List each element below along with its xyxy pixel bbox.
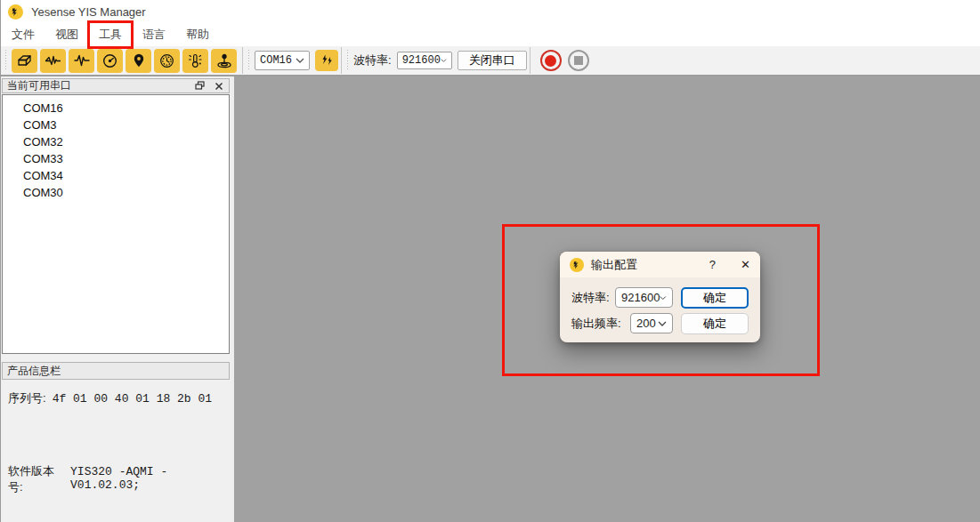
port-select-value: COM16 <box>260 54 292 67</box>
joystick-icon[interactable] <box>211 49 237 73</box>
dialog-close-button[interactable]: ✕ <box>741 258 750 271</box>
title-bar: Yesense YIS Manager <box>1 0 980 23</box>
record-icon <box>545 55 556 67</box>
menu-view[interactable]: 视图 <box>48 24 85 45</box>
toolbar-separator <box>530 47 530 74</box>
waveform-triangle-icon[interactable] <box>40 49 66 73</box>
toolbar: COM16 波特率: 921600 关闭串口 <box>1 46 980 76</box>
menu-file[interactable]: 文件 <box>4 24 42 45</box>
app-logo-icon <box>8 4 23 20</box>
dialog-title: 输出配置 <box>591 257 637 273</box>
app-window: Yesense YIS Manager 文件 视图 工具 语言 帮助 <box>0 0 980 522</box>
baud-rate-value: 921600 <box>402 54 441 67</box>
left-dock: 当前可用串口 COM16 COM3 COM32 COM33 <box>1 76 231 522</box>
refresh-ports-button[interactable] <box>315 50 338 71</box>
dialog-frequency-value: 200 <box>636 317 656 330</box>
main-canvas: 输出配置 ? ✕ 波特率: 921600 确定 输出频率: <box>231 76 980 522</box>
float-panel-icon[interactable] <box>194 81 205 92</box>
dialog-help-button[interactable]: ? <box>701 258 725 271</box>
pulse-waveform-icon[interactable] <box>69 49 94 73</box>
baud-rate-label: 波特率: <box>353 52 392 68</box>
info-panel-body: 序列号: 4f 01 00 40 01 18 2b 01 软件版本号: YIS3… <box>1 380 231 522</box>
stop-button[interactable] <box>568 50 589 71</box>
info-panel-title: 产品信息栏 <box>7 364 61 379</box>
toolbar-grip[interactable] <box>4 50 8 71</box>
toolbar-grip[interactable] <box>247 50 251 71</box>
dialog-logo-icon <box>570 258 584 272</box>
software-version-value: YIS320 -AQMI -V01.02.03; <box>70 465 223 492</box>
serial-number-value: 4f 01 00 40 01 18 2b 01 <box>53 392 212 406</box>
dialog-baud-confirm-button[interactable]: 确定 <box>681 287 749 309</box>
dialog-frequency-label: 输出频率: <box>571 316 621 332</box>
close-serial-port-button[interactable]: 关闭串口 <box>458 51 527 70</box>
toolbar-grip[interactable] <box>346 50 350 71</box>
available-ports-list: COM16 COM3 COM32 COM33 COM34 COM30 <box>2 94 230 354</box>
software-version-row: 软件版本号: YIS320 -AQMI -V01.02.03; <box>8 463 223 495</box>
menu-help[interactable]: 帮助 <box>179 24 216 45</box>
serial-number-label: 序列号: <box>8 390 46 406</box>
menu-bar: 文件 视图 工具 语言 帮助 <box>1 23 980 46</box>
port-list-item[interactable]: COM3 <box>3 116 229 133</box>
dialog-baud-label: 波特率: <box>571 290 610 306</box>
gauge-icon[interactable] <box>97 49 123 73</box>
dialog-frequency-row: 输出频率: 200 确定 <box>571 313 749 333</box>
toolbar-separator <box>242 47 243 74</box>
dialog-baud-value: 921600 <box>621 291 660 304</box>
content-area: 当前可用串口 COM16 COM3 COM32 COM33 <box>1 76 980 522</box>
port-list-item[interactable]: COM33 <box>3 150 229 167</box>
menu-tools[interactable]: 工具 <box>92 24 129 45</box>
baud-rate-select[interactable]: 921600 <box>397 52 452 69</box>
port-select[interactable]: COM16 <box>255 51 310 70</box>
serial-number-row: 序列号: 4f 01 00 40 01 18 2b 01 <box>8 390 223 406</box>
output-config-dialog: 输出配置 ? ✕ 波特率: 921600 确定 输出频率: <box>560 252 760 342</box>
location-pin-icon[interactable] <box>126 49 151 73</box>
port-list-item[interactable]: COM16 <box>3 100 229 116</box>
close-panel-icon[interactable] <box>214 81 224 92</box>
dialog-body: 波特率: 921600 确定 输出频率: 200 确定 <box>560 277 760 333</box>
dialog-frequency-confirm-button[interactable]: 确定 <box>681 313 749 334</box>
stop-icon <box>574 56 583 65</box>
info-panel-header: 产品信息栏 <box>2 362 230 380</box>
window-title: Yesense YIS Manager <box>31 5 146 19</box>
dialog-baud-row: 波特率: 921600 确定 <box>571 287 749 308</box>
software-version-label: 软件版本号: <box>8 463 64 495</box>
record-button[interactable] <box>540 50 562 71</box>
toolbar-separator <box>341 47 342 74</box>
ports-panel-title: 当前可用串口 <box>7 78 71 93</box>
thermometer-icon[interactable] <box>182 49 208 73</box>
menu-language[interactable]: 语言 <box>135 24 173 45</box>
port-list-item[interactable]: COM32 <box>3 133 229 150</box>
dialog-title-bar[interactable]: 输出配置 ? ✕ <box>560 252 760 277</box>
port-list-item[interactable]: COM30 <box>3 184 229 201</box>
clock-icon[interactable] <box>154 49 180 73</box>
ports-panel-header: 当前可用串口 <box>2 78 230 93</box>
dialog-frequency-select[interactable]: 200 <box>630 313 673 333</box>
cube-3d-icon[interactable] <box>12 49 37 73</box>
dialog-baud-select[interactable]: 921600 <box>615 287 673 308</box>
port-list-item[interactable]: COM34 <box>3 167 229 184</box>
